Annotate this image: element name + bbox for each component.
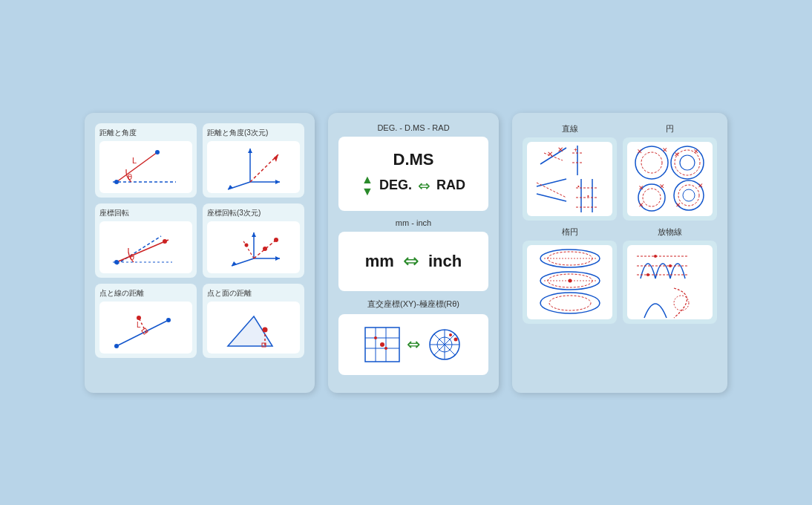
circle-diagram: ✕ ✕ ✕ ✕ ✕ bbox=[627, 142, 713, 216]
line-svg: ✕ ✕ + bbox=[529, 142, 611, 216]
svg-point-111 bbox=[646, 273, 649, 276]
svg-point-29 bbox=[263, 247, 267, 251]
section-title-deg: DEG. - D.MS - RAD bbox=[338, 123, 488, 132]
svg-point-92 bbox=[683, 189, 695, 201]
svg-marker-25 bbox=[275, 256, 280, 261]
svg-point-57 bbox=[454, 337, 458, 341]
cell-point-plane[interactable]: 点と面の距離 bbox=[203, 284, 304, 358]
svg-point-28 bbox=[274, 238, 278, 242]
svg-point-18 bbox=[114, 260, 119, 264]
line-wrapper[interactable]: ✕ ✕ + bbox=[523, 137, 617, 221]
ellipse-wrapper[interactable] bbox=[523, 241, 617, 324]
right-section-parabola: 放物線 bbox=[623, 227, 717, 324]
svg-point-4 bbox=[114, 180, 119, 184]
svg-text:✕: ✕ bbox=[638, 184, 644, 192]
cell-label-dist-angle: 距離と角度 bbox=[99, 128, 192, 138]
cell-label-coord-rotate: 座標回転 bbox=[99, 208, 192, 218]
middle-panel: DEG. - D.MS - RAD D.MS ▲ ▼ DEG. ⇔ RAD bbox=[328, 113, 499, 393]
svg-marker-27 bbox=[252, 232, 256, 237]
mm-label: mm bbox=[365, 252, 394, 271]
svg-line-1 bbox=[117, 152, 157, 182]
svg-text:•: • bbox=[577, 183, 580, 189]
svg-point-50 bbox=[384, 347, 387, 350]
mm-arrow: ⇔ bbox=[403, 250, 419, 273]
svg-line-16 bbox=[117, 240, 168, 262]
cell-label-coord-rotate-3d: 座標回転(3次元) bbox=[207, 208, 300, 218]
deg-label: DEG. bbox=[379, 177, 412, 193]
right-row2: 楕円 bbox=[523, 227, 717, 324]
parabola-svg bbox=[629, 245, 711, 319]
parabola-wrapper[interactable] bbox=[623, 241, 717, 324]
diagram-dist-angle: θ L bbox=[99, 141, 192, 193]
svg-text:✕: ✕ bbox=[557, 146, 563, 154]
svg-text:L: L bbox=[132, 156, 137, 165]
main-container: 距離と角度 θ L bbox=[70, 98, 742, 408]
line-diagram: ✕ ✕ + bbox=[527, 142, 612, 216]
svg-text:•: • bbox=[587, 192, 589, 199]
circle-wrapper[interactable]: ✕ ✕ ✕ ✕ ✕ bbox=[623, 137, 717, 221]
cell-dist-angle[interactable]: 距離と角度 θ L bbox=[95, 123, 197, 198]
polar-icon bbox=[426, 326, 463, 363]
cell-label-point-plane: 点と面の距離 bbox=[207, 288, 300, 299]
diagram-point-line: L bbox=[99, 302, 192, 354]
right-section-circle: 円 ✕ ✕ bbox=[623, 123, 717, 221]
dms-label: D.MS bbox=[393, 150, 434, 169]
svg-point-96 bbox=[540, 250, 600, 267]
svg-text:✕: ✕ bbox=[637, 148, 643, 155]
svg-point-58 bbox=[449, 333, 452, 336]
rad-label: RAD bbox=[436, 177, 465, 193]
cell-label-point-line: 点と線の距離 bbox=[99, 288, 192, 299]
circle-svg: ✕ ✕ ✕ ✕ ✕ bbox=[629, 142, 711, 216]
svg-point-87 bbox=[643, 189, 661, 206]
diagram-point-plane bbox=[207, 302, 300, 354]
section-title-coord: 直交座標(XY)-極座標(Rθ) bbox=[338, 299, 488, 310]
svg-text:✕: ✕ bbox=[675, 201, 681, 209]
svg-point-48 bbox=[380, 342, 384, 347]
dms-layout: D.MS ▲ ▼ DEG. ⇔ RAD bbox=[347, 150, 479, 198]
svg-text:θ: θ bbox=[130, 252, 134, 261]
svg-point-78 bbox=[641, 152, 662, 173]
conversion-box-deg[interactable]: D.MS ▲ ▼ DEG. ⇔ RAD bbox=[338, 137, 488, 211]
svg-line-31 bbox=[117, 320, 168, 346]
svg-point-35 bbox=[114, 344, 119, 348]
right-row1: 直線 ✕ ✕ bbox=[523, 123, 717, 221]
diagram-coord-rotate-3d bbox=[207, 221, 300, 273]
right-section-ellipse: 楕円 bbox=[523, 227, 617, 324]
svg-point-109 bbox=[654, 255, 657, 258]
left-grid: 距離と角度 θ L bbox=[95, 123, 304, 358]
label-ellipse: 楕円 bbox=[523, 227, 617, 238]
svg-point-37 bbox=[137, 316, 141, 320]
section-title-mm: mm - inch bbox=[338, 218, 488, 227]
conversion-box-coord[interactable]: ⇔ bbox=[338, 314, 488, 375]
svg-line-9 bbox=[250, 154, 278, 182]
cell-dist-angle-3d[interactable]: 距離と角度(3次元) bbox=[203, 123, 304, 198]
svg-text:✕: ✕ bbox=[659, 183, 665, 190]
svg-text:θ: θ bbox=[128, 172, 132, 181]
xy-icon bbox=[364, 326, 401, 363]
svg-marker-11 bbox=[275, 180, 280, 184]
svg-text:✕: ✕ bbox=[547, 150, 553, 158]
svg-point-30 bbox=[244, 243, 248, 247]
svg-text:✕: ✕ bbox=[662, 146, 668, 154]
label-line: 直線 bbox=[523, 123, 617, 134]
svg-point-36 bbox=[166, 318, 171, 322]
right-section-line: 直線 ✕ ✕ bbox=[523, 123, 617, 221]
ellipse-diagram bbox=[527, 245, 612, 319]
ellipse-svg bbox=[529, 245, 611, 319]
diagram-dist-angle-3d bbox=[207, 141, 300, 193]
conversion-box-mm[interactable]: mm ⇔ inch bbox=[338, 232, 488, 291]
svg-text:✕: ✕ bbox=[674, 151, 680, 158]
svg-line-24 bbox=[243, 240, 254, 258]
cell-coord-rotate-3d[interactable]: 座標回転(3次元) bbox=[203, 203, 304, 278]
svg-point-102 bbox=[549, 296, 591, 310]
coord-arrow: ⇔ bbox=[407, 335, 420, 354]
svg-point-19 bbox=[163, 239, 167, 244]
svg-point-5 bbox=[155, 150, 160, 154]
svg-point-110 bbox=[669, 264, 672, 267]
diagram-coord-rotate: θ bbox=[99, 221, 192, 273]
cell-point-line[interactable]: 点と線の距離 L bbox=[95, 284, 197, 358]
svg-text:✕: ✕ bbox=[698, 182, 704, 189]
cell-coord-rotate[interactable]: 座標回転 θ bbox=[95, 203, 197, 278]
svg-text:+: + bbox=[574, 146, 577, 154]
right-panel: 直線 ✕ ✕ bbox=[512, 113, 727, 393]
